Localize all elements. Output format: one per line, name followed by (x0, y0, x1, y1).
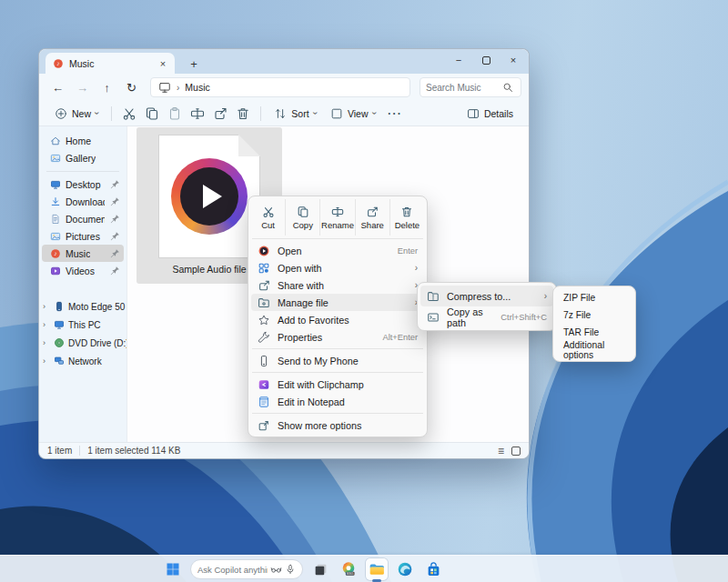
store-button[interactable] (422, 558, 444, 580)
share-action[interactable]: Share (355, 199, 389, 236)
rename-button[interactable] (187, 103, 208, 125)
chevron-down-icon: › (310, 112, 320, 115)
copilot-search-pill[interactable] (190, 559, 303, 579)
menu-item-send-to-my-phone[interactable]: Send to My Phone (251, 352, 424, 369)
up-button[interactable]: ↑ (96, 77, 118, 97)
copy-button[interactable] (141, 103, 163, 125)
forward-button[interactable]: → (71, 77, 94, 97)
submenu-item-tar-file[interactable]: TAR File (556, 324, 632, 341)
delete-button[interactable] (232, 103, 254, 125)
open-with-icon (258, 262, 270, 275)
vision-glasses-icon[interactable] (270, 564, 282, 576)
tab-close-icon[interactable]: × (157, 57, 169, 70)
submenu-item-compress-to[interactable]: Compress to... › (420, 286, 553, 306)
large-icons-view-toggle[interactable] (511, 447, 521, 456)
compress-folder-icon (427, 290, 440, 303)
sidebar-item-home[interactable]: Home (42, 132, 124, 149)
cut-button[interactable] (118, 103, 140, 125)
dvd-icon (54, 337, 65, 348)
tab-music[interactable]: ♪ Music × (46, 53, 175, 74)
item-count: 1 item (47, 446, 72, 456)
this-pc-icon (158, 81, 171, 94)
sort-icon (274, 107, 287, 120)
copilot-search-input[interactable] (197, 565, 268, 575)
menu-item-properties[interactable]: Properties Alt+Enter (251, 328, 424, 346)
address-bar[interactable]: › Music (150, 77, 410, 97)
submenu-item-additional-options[interactable]: Additional options (556, 341, 632, 358)
copy-as-path-icon (427, 311, 440, 324)
menu-item-edit-in-notepad[interactable]: Edit in Notepad (251, 393, 424, 410)
menu-item-edit-with-clipchamp[interactable]: Edit with Clipchamp (251, 376, 424, 393)
close-button[interactable]: × (500, 49, 527, 71)
documents-icon (50, 214, 61, 225)
view-button[interactable]: View › (324, 103, 382, 125)
music-icon: ♪ (50, 248, 61, 259)
music-tab-icon: ♪ (53, 58, 64, 69)
network-icon (54, 356, 65, 366)
task-view-button[interactable] (309, 558, 331, 580)
cut-action[interactable]: Cut (251, 199, 285, 236)
new-tab-button[interactable]: + (187, 57, 200, 70)
more-button[interactable]: ⋯ (383, 103, 405, 125)
delete-action[interactable]: Delete (389, 199, 424, 236)
expand-chevron-icon[interactable]: › (43, 302, 50, 311)
breadcrumb[interactable]: Music (185, 82, 209, 93)
menu-item-share-with[interactable]: Share with › (251, 276, 424, 294)
menu-item-add-to-favorites[interactable]: Add to Favorites (251, 311, 424, 328)
start-button[interactable] (162, 558, 184, 580)
pin-icon (109, 214, 120, 225)
sidebar-item-dvd-drive[interactable]: › DVD Drive (D:) CCC (39, 334, 126, 352)
rename-icon (190, 106, 205, 121)
submenu-item-copy-as-path[interactable]: Copy as path Ctrl+Shift+C (420, 306, 553, 327)
sidebar-item-documents[interactable]: Documents (42, 210, 124, 227)
paste-button[interactable] (164, 103, 186, 125)
rename-action[interactable]: Rename (319, 199, 354, 236)
expand-chevron-icon[interactable]: › (43, 356, 50, 366)
view-icon (330, 107, 343, 120)
copy-action[interactable]: Copy (285, 199, 319, 236)
sidebar-item-music[interactable]: ♪ Music (42, 245, 124, 262)
sidebar-item-desktop[interactable]: Desktop (42, 176, 124, 193)
sidebar-item-downloads[interactable]: Downloads (42, 193, 124, 210)
menu-item-show-more-options[interactable]: Show more options (251, 416, 424, 434)
microphone-icon[interactable] (285, 564, 296, 575)
m365-copilot-button[interactable]: M365 (338, 558, 359, 580)
audio-file-icon (158, 135, 260, 258)
edge-button[interactable] (394, 558, 416, 580)
star-icon (258, 314, 270, 326)
expand-chevron-icon[interactable]: › (43, 320, 50, 329)
new-plus-icon (55, 107, 67, 120)
sidebar-item-network[interactable]: › Network (39, 352, 126, 370)
sidebar-item-this-pc[interactable]: › This PC (39, 316, 126, 334)
share-button[interactable] (209, 103, 231, 125)
sidebar-item-pictures[interactable]: Pictures (42, 227, 124, 245)
svg-text:♪: ♪ (56, 60, 59, 66)
sidebar-item-videos[interactable]: Videos (42, 262, 124, 279)
menu-item-manage-file[interactable]: Manage file › (251, 294, 424, 311)
list-view-toggle[interactable]: ≡ (498, 445, 504, 457)
window-controls: − × (445, 49, 527, 73)
submenu-item-7z-file[interactable]: 7z File (556, 306, 632, 324)
search-input[interactable] (426, 83, 502, 93)
menu-item-open[interactable]: Open Enter (251, 242, 424, 259)
menu-item-open-with[interactable]: Open with › (251, 259, 424, 276)
home-icon (50, 135, 61, 146)
refresh-button[interactable]: ↻ (120, 77, 143, 97)
shortcut-label: Ctrl+Shift+C (500, 313, 547, 322)
pin-icon (109, 231, 120, 242)
sidebar-item-moto-edge[interactable]: › Moto Edge 50 Neo (39, 297, 126, 316)
new-button[interactable]: New › (48, 103, 105, 125)
expand-chevron-icon[interactable]: › (43, 338, 50, 347)
file-explorer-button[interactable] (366, 558, 388, 580)
details-button[interactable]: Details (460, 103, 520, 125)
share-icon (213, 106, 228, 121)
search-box[interactable] (420, 77, 521, 97)
minimize-button[interactable]: − (445, 49, 472, 71)
back-button[interactable]: ← (46, 77, 69, 97)
sidebar-item-gallery[interactable]: Gallery (42, 149, 124, 166)
submenu-item-zip-file[interactable]: ZIP File (556, 289, 632, 306)
phone-outline-icon (258, 355, 270, 367)
sort-button[interactable]: Sort › (268, 103, 323, 125)
notepad-icon (258, 396, 270, 408)
maximize-button[interactable] (472, 49, 500, 71)
